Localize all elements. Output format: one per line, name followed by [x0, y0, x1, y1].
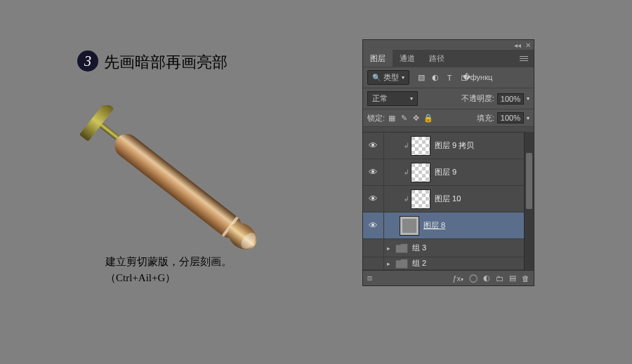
tab-paths[interactable]: 路径: [422, 50, 452, 67]
svg-rect-1: [100, 123, 120, 140]
lock-fill-row: 锁定: ▦ ✎ ✥ 🔒 填充: 100% ▾: [363, 109, 534, 126]
layer-row[interactable]: 👁 ↳ 图层 10: [363, 186, 534, 213]
svg-rect-0: [79, 105, 114, 142]
fill-adjust-icon[interactable]: ◐: [483, 274, 490, 283]
layer-filter-row: 类型 ▾ ▧ ◐ T ◻ �функц: [363, 67, 534, 88]
step-title: 先画暗部再画亮部: [104, 52, 228, 73]
visibility-toggle[interactable]: 👁: [363, 186, 384, 212]
step-number-badge: 3: [77, 50, 98, 72]
tab-layers[interactable]: 图层: [363, 50, 393, 67]
layer-name[interactable]: 图层 9: [435, 167, 456, 177]
filter-type-label: 类型: [383, 72, 399, 83]
layers-scrollbar[interactable]: [524, 132, 534, 270]
new-group-icon[interactable]: 🗀: [496, 274, 503, 283]
layer-name[interactable]: 图层 8: [423, 220, 445, 231]
layer-thumbnail[interactable]: [400, 216, 419, 236]
visibility-toggle[interactable]: [363, 239, 384, 257]
scrollbar-thumb[interactable]: [526, 153, 532, 209]
svg-rect-2: [110, 129, 246, 243]
filter-smart-icon[interactable]: �функц: [473, 73, 482, 83]
visibility-toggle[interactable]: 👁: [363, 133, 384, 159]
caption-line2: （Ctrl+Ail+G）: [105, 270, 232, 286]
clip-mask-icon: ↳: [404, 142, 409, 149]
fill-input[interactable]: 100%: [497, 112, 524, 123]
layer-list: 👁 ↳ 图层 9 拷贝 👁 ↳ 图层 9 👁 ↳ 图层 10: [363, 132, 534, 270]
caption-line1: 建立剪切蒙版，分层刻画。: [105, 254, 232, 270]
layer-mask-icon[interactable]: ◯: [469, 274, 478, 283]
blend-mode-select[interactable]: 正常 ▾: [367, 91, 418, 106]
layer-thumbnail[interactable]: [411, 136, 430, 156]
opacity-chevron-icon[interactable]: ▾: [527, 95, 529, 102]
visibility-toggle[interactable]: 👁: [363, 213, 384, 238]
blend-opacity-row: 正常 ▾ 不透明度: 100% ▾: [363, 88, 534, 109]
layer-row-selected[interactable]: 👁 图层 8: [363, 213, 534, 239]
layer-row[interactable]: 👁 ↳ 图层 9: [363, 159, 534, 186]
layer-name[interactable]: 图层 9 拷贝: [435, 140, 474, 151]
opacity-input[interactable]: 100%: [497, 93, 524, 105]
fill-label: 填充:: [477, 113, 494, 123]
layers-panel: ◂◂ ✕ 图层 通道 路径 类型 ▾ ▧ ◐ T ◻ �функц 正常 ▾ 不…: [362, 39, 534, 286]
clip-mask-icon: ↳: [404, 168, 409, 176]
layer-row[interactable]: 👁 ↳ 图层 9 拷贝: [363, 133, 534, 159]
blend-mode-value: 正常: [372, 93, 388, 104]
visibility-toggle[interactable]: [363, 257, 384, 269]
tab-channels[interactable]: 通道: [393, 50, 422, 67]
opacity-label: 不透明度:: [461, 93, 494, 104]
folder-icon: [395, 243, 408, 253]
new-layer-icon[interactable]: ▤: [509, 274, 516, 283]
panel-menu-icon[interactable]: [514, 50, 534, 67]
clip-mask-icon: ↳: [404, 195, 409, 203]
layer-name[interactable]: 组 2: [412, 258, 426, 269]
filter-adjust-icon[interactable]: ◐: [430, 73, 440, 83]
layer-name[interactable]: 图层 10: [435, 194, 461, 204]
lock-position-icon[interactable]: ✥: [412, 114, 420, 123]
filter-type-select[interactable]: 类型 ▾: [367, 70, 409, 85]
layer-group-row[interactable]: ▸ 组 2: [363, 257, 534, 270]
collapse-icon[interactable]: ◂◂: [514, 41, 521, 49]
filter-image-icon[interactable]: ▧: [416, 73, 426, 83]
filter-type-icon[interactable]: T: [445, 73, 454, 83]
expand-icon[interactable]: ▸: [387, 245, 394, 252]
visibility-toggle[interactable]: 👁: [363, 159, 384, 185]
panel-footer: ⧈ ƒx▾ ◯ ◐ 🗀 ▤ 🗑: [363, 270, 534, 285]
caption: 建立剪切蒙版，分层刻画。 （Ctrl+Ail+G）: [105, 254, 232, 285]
chevron-down-icon: ▾: [410, 95, 413, 102]
panel-topbar: ◂◂ ✕: [363, 40, 534, 50]
close-panel-icon[interactable]: ✕: [525, 41, 531, 49]
layer-thumbnail[interactable]: [411, 189, 430, 209]
lock-brush-icon[interactable]: ✎: [400, 114, 408, 123]
lock-label: 锁定:: [367, 113, 385, 123]
illustration-beauty-bar: [74, 105, 305, 274]
trash-icon[interactable]: 🗑: [522, 274, 529, 283]
layer-name[interactable]: 组 3: [412, 243, 426, 253]
lock-all-icon[interactable]: 🔒: [423, 114, 432, 123]
layer-group-row[interactable]: ▸ 组 3: [363, 239, 534, 257]
lock-pixels-icon[interactable]: ▦: [388, 114, 396, 123]
fill-chevron-icon[interactable]: ▾: [527, 115, 529, 121]
fx-icon[interactable]: ƒx▾: [452, 274, 463, 283]
link-layers-icon[interactable]: ⧈: [367, 274, 372, 283]
chevron-down-icon: ▾: [402, 74, 404, 81]
expand-icon[interactable]: ▸: [387, 260, 394, 267]
layer-thumbnail[interactable]: [411, 163, 430, 182]
folder-icon: [395, 259, 408, 269]
panel-tabs: 图层 通道 路径: [363, 50, 534, 67]
